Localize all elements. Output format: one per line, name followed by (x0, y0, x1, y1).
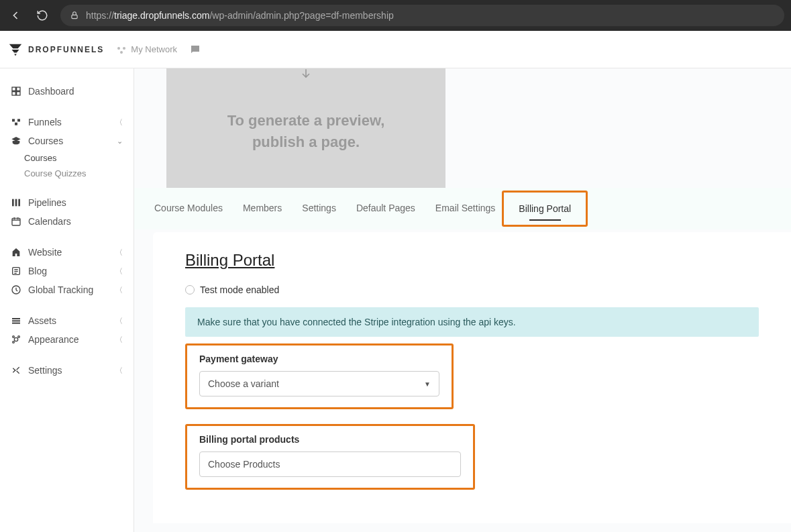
dashboard-icon (11, 86, 21, 97)
lock-icon (70, 11, 79, 20)
chevron-left-icon: 〈 (115, 335, 123, 345)
billing-portal-panel: Billing Portal Test mode enabled Make su… (153, 232, 791, 523)
sidebar-label: Pipelines (28, 197, 66, 208)
sidebar-label: Global Tracking (28, 284, 93, 295)
svg-point-2 (123, 47, 125, 50)
sidebar-item-blog[interactable]: Blog 〈 (0, 262, 134, 280)
svg-rect-11 (12, 199, 14, 207)
tab-email-settings[interactable]: Email Settings (435, 200, 495, 217)
payment-gateway-label: Payment gateway (199, 354, 439, 364)
svg-rect-6 (12, 92, 15, 95)
website-icon (11, 247, 21, 258)
sidebar-item-global-tracking[interactable]: Global Tracking 〈 (0, 280, 134, 299)
svg-rect-8 (12, 119, 15, 121)
billing-products-group: Billing portal products Choose Products (185, 424, 475, 490)
sidebar-label: Calendars (28, 216, 71, 227)
blog-icon (11, 266, 21, 276)
sidebar-item-appearance[interactable]: Appearance 〈 (0, 330, 134, 349)
sidebar-label: Courses (28, 136, 63, 146)
panel-title: Billing Portal (185, 251, 759, 270)
sidebar-item-calendars[interactable]: Calendars (0, 212, 134, 231)
app-header: DROPFUNNELS My Network (0, 31, 791, 68)
chevron-down-icon: ⌄ (117, 137, 123, 146)
sidebar-label: Blog (28, 266, 47, 276)
payment-gateway-select[interactable]: Choose a variant ▼ (199, 371, 439, 396)
back-button[interactable] (7, 7, 24, 24)
tracking-icon (11, 284, 21, 295)
sidebar-item-website[interactable]: Website 〈 (0, 243, 134, 262)
select-value: Choose a variant (208, 378, 279, 389)
sidebar-label: Assets (28, 315, 56, 326)
courses-icon (11, 136, 21, 146)
sidebar-item-settings[interactable]: Settings 〈 (0, 361, 134, 380)
preview-line2: publish a page. (227, 131, 385, 153)
sidebar: Dashboard Funnels 〈 Courses ⌄ Courses C (0, 68, 134, 532)
sidebar-item-courses[interactable]: Courses ⌄ (0, 131, 134, 150)
payment-gateway-group: Payment gateway Choose a variant ▼ (185, 343, 454, 409)
chevron-left-icon: 〈 (115, 117, 123, 127)
svg-rect-17 (12, 318, 20, 319)
tab-settings[interactable]: Settings (302, 200, 336, 217)
logo-icon (8, 42, 23, 57)
svg-rect-9 (17, 119, 20, 121)
preview-placeholder: To generate a preview, publish a page. (166, 68, 445, 188)
sidebar-item-assets[interactable]: Assets 〈 (0, 311, 134, 330)
sidebar-label: Website (28, 247, 62, 258)
chevron-left-icon: 〈 (115, 266, 123, 276)
brand-name: DROPFUNNELS (28, 45, 104, 54)
my-network-link[interactable]: My Network (116, 44, 177, 55)
sidebar-item-dashboard[interactable]: Dashboard (0, 82, 134, 101)
tab-strip: Course Modules Members Settings Default … (134, 188, 791, 229)
url-bar[interactable]: https://triage.dropfunnels.com/wp-admin/… (60, 5, 784, 26)
funnels-icon (11, 117, 21, 127)
settings-icon (11, 365, 21, 376)
billing-products-select[interactable]: Choose Products (199, 451, 461, 477)
info-banner: Make sure that you have connected the St… (185, 307, 759, 337)
radio-icon (185, 285, 195, 295)
svg-rect-18 (12, 320, 20, 321)
url-text: https://triage.dropfunnels.com/wp-admin/… (86, 10, 394, 21)
svg-rect-14 (12, 218, 20, 225)
chat-icon[interactable] (189, 44, 201, 56)
tab-billing-portal[interactable]: Billing Portal (519, 201, 571, 217)
caret-down-icon: ▼ (424, 380, 431, 388)
billing-products-label: Billing portal products (199, 434, 461, 445)
svg-point-22 (18, 336, 20, 338)
highlight-box: Billing Portal (502, 191, 588, 227)
svg-point-23 (13, 341, 15, 343)
svg-rect-12 (15, 199, 17, 207)
test-mode-row[interactable]: Test mode enabled (185, 284, 759, 295)
sidebar-item-funnels[interactable]: Funnels 〈 (0, 113, 134, 131)
sidebar-label: Funnels (28, 117, 62, 127)
chevron-left-icon: 〈 (115, 366, 123, 376)
select-value: Choose Products (208, 459, 280, 470)
svg-rect-7 (17, 92, 20, 95)
brand-logo[interactable]: DROPFUNNELS (8, 42, 104, 57)
svg-rect-4 (12, 87, 15, 91)
sidebar-item-pipelines[interactable]: Pipelines (0, 193, 134, 212)
browser-chrome: https://triage.dropfunnels.com/wp-admin/… (0, 0, 791, 31)
refresh-button[interactable] (34, 7, 51, 24)
svg-rect-19 (12, 323, 20, 324)
tab-default-pages[interactable]: Default Pages (356, 200, 415, 217)
sidebar-label: Settings (28, 365, 62, 376)
tab-members[interactable]: Members (243, 200, 282, 217)
my-network-label: My Network (131, 44, 177, 54)
svg-rect-0 (72, 15, 77, 18)
sidebar-label: Appearance (28, 334, 79, 345)
network-icon (116, 44, 127, 55)
appearance-icon (11, 334, 21, 345)
tab-course-modules[interactable]: Course Modules (154, 200, 223, 217)
sidebar-subitem-courses[interactable]: Courses (0, 150, 134, 166)
svg-rect-5 (17, 87, 20, 91)
pipelines-icon (11, 197, 21, 208)
assets-icon (11, 315, 21, 326)
sidebar-subitem-quizzes[interactable]: Course Quizzes (0, 166, 134, 181)
svg-point-21 (13, 336, 15, 338)
chevron-left-icon: 〈 (115, 248, 123, 258)
svg-rect-13 (18, 199, 20, 207)
chevron-left-icon: 〈 (115, 316, 123, 326)
preview-line1: To generate a preview, (227, 110, 385, 131)
svg-point-3 (120, 51, 123, 54)
arrow-down-icon (299, 68, 313, 81)
